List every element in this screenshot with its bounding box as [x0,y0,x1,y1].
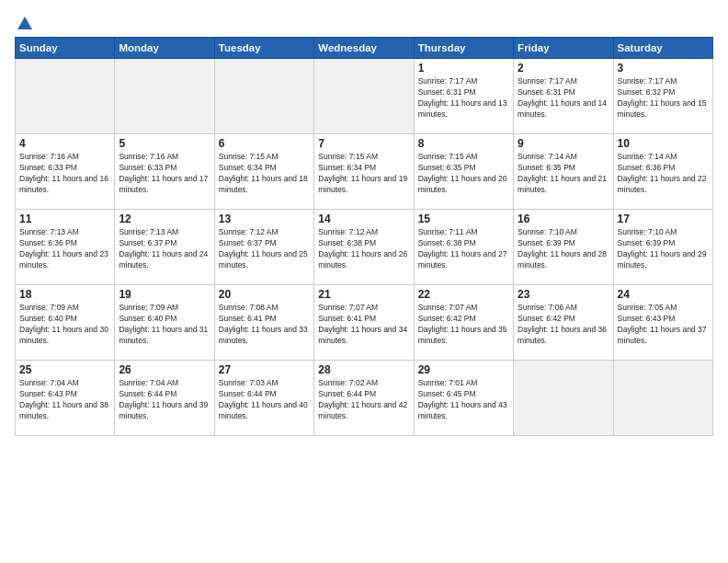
day-number: 12 [119,213,210,225]
week-row-2: 4Sunrise: 7:16 AM Sunset: 6:33 PM Daylig… [16,134,713,210]
day-number: 9 [518,137,609,150]
week-row-3: 11Sunrise: 7:13 AM Sunset: 6:36 PM Dayli… [16,210,713,285]
day-cell: 11Sunrise: 7:13 AM Sunset: 6:36 PM Dayli… [16,210,115,285]
day-number: 17 [618,213,709,225]
day-info: Sunrise: 7:11 AM Sunset: 6:38 PM Dayligh… [418,227,509,271]
day-info: Sunrise: 7:15 AM Sunset: 6:34 PM Dayligh… [219,152,310,196]
day-cell: 19Sunrise: 7:09 AM Sunset: 6:40 PM Dayli… [115,285,214,361]
day-cell [514,361,613,436]
day-cell: 20Sunrise: 7:08 AM Sunset: 6:41 PM Dayli… [214,285,313,361]
day-cell: 15Sunrise: 7:11 AM Sunset: 6:38 PM Dayli… [414,210,513,285]
day-number: 29 [418,363,509,376]
calendar-page: SundayMondayTuesdayWednesdayThursdayFrid… [0,0,728,563]
logo-icon [17,15,33,31]
day-info: Sunrise: 7:08 AM Sunset: 6:41 PM Dayligh… [219,303,310,347]
col-header-sunday: Sunday [16,38,115,59]
col-header-thursday: Thursday [414,38,513,59]
day-cell: 27Sunrise: 7:03 AM Sunset: 6:44 PM Dayli… [214,361,313,436]
col-header-friday: Friday [514,38,613,59]
day-number: 24 [618,288,709,301]
day-info: Sunrise: 7:04 AM Sunset: 6:44 PM Dayligh… [119,378,210,422]
day-cell [613,361,712,436]
day-cell: 23Sunrise: 7:06 AM Sunset: 6:42 PM Dayli… [514,285,613,361]
day-number: 5 [119,137,210,150]
day-number: 22 [418,288,509,301]
day-info: Sunrise: 7:02 AM Sunset: 6:44 PM Dayligh… [318,378,409,422]
day-cell: 29Sunrise: 7:01 AM Sunset: 6:45 PM Dayli… [414,361,513,436]
day-number: 10 [618,137,709,150]
day-number: 21 [318,288,409,301]
day-number: 2 [518,62,609,75]
day-number: 27 [219,363,310,376]
day-number: 11 [19,213,110,225]
day-info: Sunrise: 7:13 AM Sunset: 6:36 PM Dayligh… [19,227,110,271]
day-cell: 25Sunrise: 7:04 AM Sunset: 6:43 PM Dayli… [16,361,115,436]
col-header-saturday: Saturday [613,38,712,59]
day-cell: 4Sunrise: 7:16 AM Sunset: 6:33 PM Daylig… [16,134,115,210]
day-number: 7 [318,137,409,150]
day-number: 8 [418,137,509,150]
day-cell: 9Sunrise: 7:14 AM Sunset: 6:35 PM Daylig… [514,134,613,210]
day-info: Sunrise: 7:05 AM Sunset: 6:43 PM Dayligh… [618,303,709,347]
day-cell [214,59,313,134]
day-cell: 22Sunrise: 7:07 AM Sunset: 6:42 PM Dayli… [414,285,513,361]
day-number: 20 [219,288,310,301]
day-cell: 10Sunrise: 7:14 AM Sunset: 6:36 PM Dayli… [613,134,712,210]
week-row-4: 18Sunrise: 7:09 AM Sunset: 6:40 PM Dayli… [16,285,713,361]
day-cell: 1Sunrise: 7:17 AM Sunset: 6:31 PM Daylig… [414,59,513,134]
day-cell: 8Sunrise: 7:15 AM Sunset: 6:35 PM Daylig… [414,134,513,210]
day-cell: 2Sunrise: 7:17 AM Sunset: 6:31 PM Daylig… [514,59,613,134]
day-cell: 18Sunrise: 7:09 AM Sunset: 6:40 PM Dayli… [16,285,115,361]
svg-marker-0 [17,17,32,29]
day-cell: 3Sunrise: 7:17 AM Sunset: 6:32 PM Daylig… [613,59,712,134]
day-info: Sunrise: 7:12 AM Sunset: 6:37 PM Dayligh… [219,227,310,271]
day-info: Sunrise: 7:07 AM Sunset: 6:41 PM Dayligh… [318,303,409,347]
day-number: 1 [418,62,509,75]
day-number: 15 [418,213,509,225]
day-cell: 28Sunrise: 7:02 AM Sunset: 6:44 PM Dayli… [314,361,414,436]
day-cell [115,59,214,134]
day-info: Sunrise: 7:10 AM Sunset: 6:39 PM Dayligh… [618,227,709,271]
day-info: Sunrise: 7:14 AM Sunset: 6:36 PM Dayligh… [618,152,709,196]
calendar-table: SundayMondayTuesdayWednesdayThursdayFrid… [15,37,713,436]
day-info: Sunrise: 7:14 AM Sunset: 6:35 PM Dayligh… [518,152,609,196]
day-info: Sunrise: 7:16 AM Sunset: 6:33 PM Dayligh… [19,152,110,196]
col-header-monday: Monday [115,38,214,59]
header-row: SundayMondayTuesdayWednesdayThursdayFrid… [16,38,713,59]
logo [15,15,33,28]
day-info: Sunrise: 7:07 AM Sunset: 6:42 PM Dayligh… [418,303,509,347]
day-number: 3 [618,62,709,75]
day-cell: 7Sunrise: 7:15 AM Sunset: 6:34 PM Daylig… [314,134,414,210]
day-cell: 26Sunrise: 7:04 AM Sunset: 6:44 PM Dayli… [115,361,214,436]
week-row-5: 25Sunrise: 7:04 AM Sunset: 6:43 PM Dayli… [16,361,713,436]
day-number: 16 [518,213,609,225]
day-info: Sunrise: 7:15 AM Sunset: 6:35 PM Dayligh… [418,152,509,196]
day-cell: 5Sunrise: 7:16 AM Sunset: 6:33 PM Daylig… [115,134,214,210]
day-cell: 14Sunrise: 7:12 AM Sunset: 6:38 PM Dayli… [314,210,414,285]
day-info: Sunrise: 7:12 AM Sunset: 6:38 PM Dayligh… [318,227,409,271]
day-number: 28 [318,363,409,376]
day-info: Sunrise: 7:17 AM Sunset: 6:31 PM Dayligh… [418,76,509,121]
day-info: Sunrise: 7:10 AM Sunset: 6:39 PM Dayligh… [518,227,609,271]
day-info: Sunrise: 7:09 AM Sunset: 6:40 PM Dayligh… [119,303,210,347]
day-cell [314,59,414,134]
day-info: Sunrise: 7:03 AM Sunset: 6:44 PM Dayligh… [219,378,310,422]
day-cell: 6Sunrise: 7:15 AM Sunset: 6:34 PM Daylig… [214,134,313,210]
day-cell: 13Sunrise: 7:12 AM Sunset: 6:37 PM Dayli… [214,210,313,285]
day-number: 19 [119,288,210,301]
day-info: Sunrise: 7:15 AM Sunset: 6:34 PM Dayligh… [318,152,409,196]
day-info: Sunrise: 7:01 AM Sunset: 6:45 PM Dayligh… [418,378,509,422]
week-row-1: 1Sunrise: 7:17 AM Sunset: 6:31 PM Daylig… [16,59,713,134]
day-number: 23 [518,288,609,301]
day-info: Sunrise: 7:13 AM Sunset: 6:37 PM Dayligh… [119,227,210,271]
day-number: 6 [219,137,310,150]
day-info: Sunrise: 7:04 AM Sunset: 6:43 PM Dayligh… [19,378,110,422]
day-number: 4 [19,137,110,150]
day-info: Sunrise: 7:09 AM Sunset: 6:40 PM Dayligh… [19,303,110,347]
day-number: 25 [19,363,110,376]
day-number: 13 [219,213,310,225]
day-cell: 12Sunrise: 7:13 AM Sunset: 6:37 PM Dayli… [115,210,214,285]
day-cell: 24Sunrise: 7:05 AM Sunset: 6:43 PM Dayli… [613,285,712,361]
day-number: 18 [19,288,110,301]
day-info: Sunrise: 7:06 AM Sunset: 6:42 PM Dayligh… [518,303,609,347]
